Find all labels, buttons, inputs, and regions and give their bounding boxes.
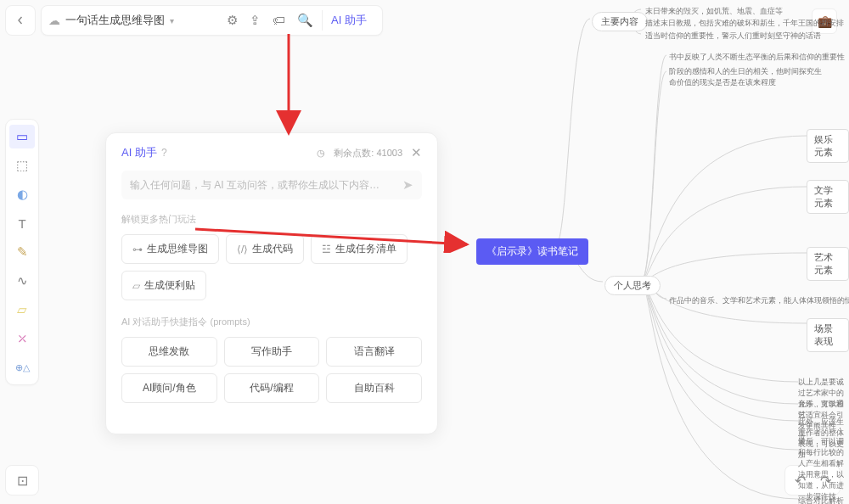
ai-helper-button[interactable]: AI 助手	[322, 10, 375, 31]
mindmap-node-scene[interactable]: 场景表现	[807, 318, 849, 352]
mindmap-leaf[interactable]: 末日带来的毁灭，如饥荒、地震、血症等	[645, 6, 783, 17]
help-icon[interactable]: ?	[161, 147, 167, 159]
mindmap-node-personal-thinking[interactable]: 个人思考	[604, 276, 661, 295]
chip-ai-role[interactable]: AI顾问/角色	[121, 373, 217, 403]
mindmap-leaf[interactable]: 书中反映了人类不断生态平衡的后果和信仰的重要性	[669, 52, 845, 63]
section-popular-label: 解锁更多热门玩法	[121, 213, 422, 226]
tag-icon[interactable]: 🏷	[273, 13, 285, 28]
chip-generate-code[interactable]: ⟨/⟩生成代码	[226, 234, 304, 264]
sticky-icon: ▱	[132, 280, 140, 292]
ai-panel-title: AI 助手 ?	[121, 145, 167, 160]
tool-sticky[interactable]: ▱	[9, 298, 35, 322]
export-icon[interactable]: ⇪	[250, 13, 261, 28]
settings-icon[interactable]: ⚙	[227, 13, 238, 28]
title-text: 一句话生成思维导图	[65, 13, 165, 28]
mindmap-node-entertainment[interactable]: 娱乐元素	[807, 129, 849, 163]
document-title[interactable]: ☁ 一句话生成思维导图 ▾	[48, 13, 218, 28]
tool-shape[interactable]: ◐	[9, 182, 35, 206]
back-button[interactable]	[5, 5, 36, 36]
tool-frame[interactable]: ⬚	[9, 154, 35, 177]
mindmap-leaf[interactable]: 描述末日教规，包括灾难的破坏和新生，千年王国的新安排	[645, 18, 844, 29]
chip-generate-mindmap[interactable]: ⊶生成思维导图	[121, 234, 219, 264]
action-icons: ⚙ ⇪ 🏷 🔍	[218, 13, 322, 28]
tool-pen[interactable]: ✎	[9, 240, 35, 264]
tool-connector[interactable]: ⤫	[9, 327, 35, 350]
close-icon[interactable]: ✕	[411, 145, 422, 160]
chip-generate-tasklist[interactable]: ☳生成任务清单	[311, 234, 408, 264]
task-icon: ☳	[322, 244, 331, 255]
left-toolbar: ▭ ⬚ ◐ T ✎ ∿ ▱ ⤫ ⊕△	[5, 119, 39, 385]
send-icon[interactable]: ➤	[402, 177, 413, 193]
tool-select[interactable]: ▭	[9, 125, 35, 148]
mindmap-leaf[interactable]: 适当时信仰的重要性，警示人们重时刻坚守神的话语	[645, 31, 821, 42]
ai-prompt-input[interactable]	[130, 179, 402, 191]
section-prompts-label: AI 对话助手快捷指令 (prompts)	[121, 316, 422, 328]
tool-curve[interactable]: ∿	[9, 269, 35, 293]
tool-text[interactable]: T	[9, 211, 35, 235]
title-bar: ☁ 一句话生成思维导图 ▾ ⚙ ⇪ 🏷 🔍 AI 助手	[41, 5, 383, 36]
chip-translate[interactable]: 语言翻译	[326, 337, 422, 367]
mindmap-leaf[interactable]: 最后，可以调和每行比较的人产生相看解决用意思，以知道，从而进一步深许技术，文学科…	[798, 436, 846, 504]
chip-thinking[interactable]: 思维发散	[121, 337, 217, 367]
tool-more[interactable]: ⊕△	[9, 356, 35, 379]
mindmap-leaf[interactable]: 综合对比解析人家位置地面的重要	[798, 496, 846, 504]
mindmap-node-main-content[interactable]: 主要内容	[592, 12, 648, 31]
mindmap-icon: ⊶	[132, 244, 143, 255]
annotation-arrow-down	[272, 34, 306, 136]
mindmap-central-node[interactable]: 《启示录》读书笔记	[476, 238, 588, 265]
top-toolbar: ☁ 一句话生成思维导图 ▾ ⚙ ⇪ 🏷 🔍 AI 助手	[5, 5, 383, 36]
ai-assistant-panel: AI 助手 ? ◷ 剩余点数: 41003 ✕ ➤ 解锁更多热门玩法 ⊶生成思维…	[105, 132, 438, 434]
chip-coding[interactable]: 代码/编程	[224, 373, 320, 403]
layers-button[interactable]: ⊡	[5, 465, 39, 496]
clock-icon: ◷	[317, 148, 325, 159]
ai-input-row: ➤	[121, 171, 422, 199]
chevron-down-icon: ▾	[170, 16, 174, 25]
code-icon: ⟨/⟩	[237, 244, 248, 255]
mindmap-node-art[interactable]: 艺术元素	[807, 247, 849, 281]
cloud-icon: ☁	[48, 14, 60, 27]
search-icon[interactable]: 🔍	[297, 13, 313, 28]
chip-writing[interactable]: 写作助手	[224, 337, 320, 367]
mindmap-leaf[interactable]: 作品中的音乐、文学和艺术元素，能人体体现领悟的情感除梦	[669, 295, 849, 306]
chip-generate-sticky[interactable]: ▱生成便利贴	[121, 271, 206, 300]
chip-self-help[interactable]: 自助百科	[326, 373, 422, 403]
mindmap-leaf[interactable]: 阶段的感情和人的生日的相关，他时间探究生命价值的现实是否是在该来程度	[669, 66, 822, 88]
mindmap-node-literature[interactable]: 文学元素	[807, 180, 849, 214]
